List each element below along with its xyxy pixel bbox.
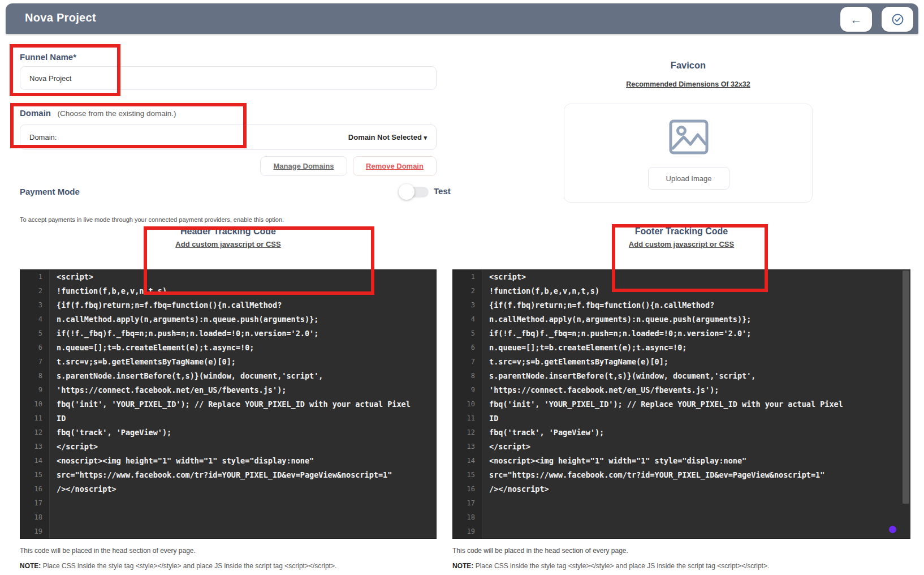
domain-field: Domain: Domain Not Selected ▾ <box>20 125 437 150</box>
code-line: 4n.callMethod.apply(n,arguments):n.queue… <box>20 312 436 327</box>
placement-note: This code will be placed in the head sec… <box>20 547 196 555</box>
code-line: 19 <box>453 525 910 539</box>
code-line: 16/></noscript> <box>20 482 436 496</box>
line-number: 2 <box>20 284 49 298</box>
upload-image-button[interactable]: Upload Image <box>648 167 729 190</box>
funnel-name-label: Funnel Name* <box>20 52 76 62</box>
payment-description: To accept payments in live mode through … <box>20 216 284 223</box>
line-content: fbq('track', 'PageView'); <box>49 426 171 440</box>
chevron-down-icon: ▾ <box>424 134 427 141</box>
note-label: NOTE: <box>452 562 473 570</box>
line-number: 12 <box>453 426 482 440</box>
editor-scrollbar[interactable] <box>903 271 909 504</box>
line-content: n.callMethod.apply(n,arguments):n.queue.… <box>482 312 751 327</box>
footer-tracking-add-link[interactable]: Add custom javascript or CSS <box>452 240 910 248</box>
domain-label: Domain <box>20 108 51 118</box>
footer-tracking-code-editor[interactable]: 1<script>2!function(f,b,e,v,n,t,s)3{if(f… <box>452 269 910 539</box>
code-line: 10fbq('init', 'YOUR_PIXEL_ID'); // Repla… <box>453 397 910 411</box>
line-content <box>482 510 489 525</box>
line-content: <script> <box>49 270 93 284</box>
line-number: 4 <box>20 312 49 327</box>
code-line: 2!function(f,b,e,v,n,t,s) <box>20 284 436 298</box>
line-content: <noscript><img height="1" width="1" styl… <box>482 454 746 468</box>
line-number: 9 <box>453 383 482 397</box>
code-lines: 1<script>2!function(f,b,e,v,n,t,s)3{if(f… <box>453 270 910 539</box>
line-content <box>49 510 57 525</box>
image-placeholder-icon <box>668 119 709 155</box>
code-line: 14<noscript><img height="1" width="1" st… <box>453 454 910 468</box>
line-number: 3 <box>20 298 49 312</box>
domain-select-dropdown[interactable]: Domain Not Selected ▾ <box>348 133 427 141</box>
code-line: 17 <box>20 496 436 510</box>
line-content: 'https://connect.facebook.net/en_US/fbev… <box>482 383 719 397</box>
css-js-note: NOTE: Place CSS inside the style tag <st… <box>20 562 336 570</box>
payment-mode-toggle[interactable] <box>403 187 429 198</box>
code-line: 17 <box>453 496 910 510</box>
line-content <box>482 496 489 510</box>
payment-mode-label: Payment Mode <box>20 187 80 196</box>
code-line: 15src="https://www.facebook.com/tr?id=YO… <box>20 468 436 482</box>
line-number: 11 <box>20 411 49 426</box>
line-number: 19 <box>453 525 482 539</box>
line-number: 8 <box>20 369 49 383</box>
line-content: <script> <box>482 270 526 284</box>
code-line: 6n.queue=[];t=b.createElement(e);t.async… <box>20 341 436 355</box>
line-content: n.queue=[];t=b.createElement(e);t.async=… <box>482 341 687 355</box>
back-button[interactable]: ← <box>840 7 872 32</box>
line-content <box>49 496 57 510</box>
line-content: t.src=v;s=b.getElementsByTagName(e)[0]; <box>482 355 668 369</box>
line-content: </script> <box>49 440 98 454</box>
back-arrow-icon: ← <box>850 14 862 25</box>
remove-domain-label: Remove Domain <box>366 162 424 170</box>
top-bar: Nova Project ← <box>6 3 918 34</box>
line-content: n.callMethod.apply(n,arguments):n.queue.… <box>49 312 318 327</box>
line-content: s.parentNode.insertBefore(t,s)}(window, … <box>49 369 323 383</box>
header-tracking-title: Header Tracking Code <box>20 226 437 237</box>
line-content: ID <box>49 411 66 426</box>
code-line: 9'https://connect.facebook.net/en_US/fbe… <box>20 383 436 397</box>
domain-field-label: Domain: <box>29 133 57 141</box>
line-content: /></noscript> <box>482 482 549 496</box>
code-line: 11ID <box>20 411 436 426</box>
code-line: 13</script> <box>20 440 436 454</box>
line-content: src="https://www.facebook.com/tr?id=YOUR… <box>49 468 392 482</box>
line-number: 12 <box>20 426 49 440</box>
funnel-name-input[interactable] <box>20 66 437 90</box>
code-line: 3{if(f.fbq)return;n=f.fbq=function(){n.c… <box>20 298 436 312</box>
line-number: 6 <box>453 341 482 355</box>
line-number: 18 <box>20 510 49 525</box>
code-line: 18 <box>20 510 436 525</box>
line-content: {if(f.fbq)return;n=f.fbq=function(){n.ca… <box>482 298 714 312</box>
line-number: 13 <box>453 440 482 454</box>
manage-domains-button[interactable]: Manage Domains <box>260 156 347 176</box>
payment-state-label: Test <box>434 186 451 196</box>
placement-note: This code will be placed in the head sec… <box>452 547 628 555</box>
line-content: /></noscript> <box>49 482 116 496</box>
line-content: 'https://connect.facebook.net/en_US/fbev… <box>49 383 286 397</box>
line-number: 13 <box>20 440 49 454</box>
code-line: 16/></noscript> <box>453 482 910 496</box>
domain-hint: (Choose from the existing domain.) <box>57 109 176 118</box>
code-line: 8s.parentNode.insertBefore(t,s)}(window,… <box>453 369 910 383</box>
save-button[interactable] <box>882 7 913 32</box>
line-content: </script> <box>482 440 530 454</box>
line-number: 11 <box>453 411 482 426</box>
remove-domain-button[interactable]: Remove Domain <box>353 156 437 176</box>
code-line: 6n.queue=[];t=b.createElement(e);t.async… <box>453 341 910 355</box>
line-content: s.parentNode.insertBefore(t,s)}(window, … <box>482 369 755 383</box>
line-content: ID <box>482 411 498 426</box>
css-js-note: NOTE: Place CSS inside the style tag <st… <box>452 562 769 570</box>
line-number: 1 <box>453 270 482 284</box>
line-number: 16 <box>453 482 482 496</box>
line-content: t.src=v;s=b.getElementsByTagName(e)[0]; <box>49 355 236 369</box>
code-line: 18 <box>453 510 910 525</box>
code-line: 8s.parentNode.insertBefore(t,s)}(window,… <box>20 369 436 383</box>
header-tracking-add-link[interactable]: Add custom javascript or CSS <box>20 240 437 248</box>
code-line: 12fbq('track', 'PageView'); <box>20 426 436 440</box>
header-tracking-code-editor[interactable]: 1<script>2!function(f,b,e,v,n,t,s)3{if(f… <box>20 269 437 539</box>
line-number: 2 <box>453 284 482 298</box>
line-number: 6 <box>20 341 49 355</box>
line-content: if(!f._fbq)f._fbq=n;n.push=n;n.loaded=!0… <box>49 327 318 341</box>
line-content: if(!f._fbq)f._fbq=n;n.push=n;n.loaded=!0… <box>482 327 751 341</box>
code-line: 10fbq('init', 'YOUR_PIXEL_ID'); // Repla… <box>20 397 436 411</box>
